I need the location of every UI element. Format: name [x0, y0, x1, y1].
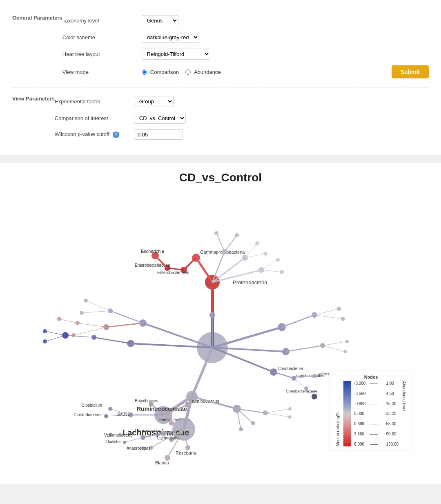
- size-dash-4: ——: [370, 421, 378, 426]
- legend-val-6: 8.000: [354, 442, 365, 446]
- color-scheme-row: Color scheme darkblue-gray-red blue-whit…: [62, 29, 429, 46]
- color-scheme-control: darkblue-gray-red blue-white-red green-w…: [142, 32, 199, 43]
- svg-line-106: [265, 409, 290, 413]
- median-ratio-axis: Median ratio (log2): [336, 381, 340, 446]
- svg-point-107: [288, 407, 292, 410]
- svg-point-67: [43, 329, 47, 333]
- view-parameters-section: View Parameters Experimental factor Grou…: [12, 89, 429, 143]
- svg-point-115: [209, 312, 215, 318]
- wilcoxon-row: Wilcoxon p-value cutoff ?: [55, 127, 429, 143]
- legend-gradient-col: [343, 381, 351, 446]
- size-dash-2: ——: [370, 401, 378, 406]
- svg-line-58: [74, 327, 106, 335]
- experimental-factor-label: Experimental factor: [55, 98, 128, 105]
- svg-line-94: [125, 437, 143, 442]
- size-val-6: 130.00: [386, 442, 399, 446]
- comparison-interest-control: CD_vs_Control UC_vs_Control CD_vs_UC: [134, 113, 186, 124]
- comparison-interest-row: Comparison of interest CD_vs_Control UC_…: [55, 110, 429, 127]
- svg-point-59: [71, 333, 76, 337]
- svg-point-23: [337, 307, 341, 311]
- entero-ord-label: Enterobacteriales: [157, 270, 189, 275]
- svg-point-39: [312, 374, 316, 378]
- experimental-factor-control: Group Treatment Time: [134, 96, 174, 107]
- svg-line-46: [110, 311, 143, 323]
- svg-line-32: [323, 346, 345, 352]
- color-scheme-select[interactable]: darkblue-gray-red blue-white-red green-w…: [142, 32, 199, 43]
- view-mode-row: View mode Comparison Abundance Submit: [62, 62, 429, 81]
- legend-val-3: 0.000: [354, 411, 365, 416]
- view-params-label: View Parameters: [12, 93, 55, 102]
- dialister-label: Dialister: [106, 439, 121, 444]
- svg-point-83: [108, 407, 112, 411]
- svg-line-50: [82, 311, 110, 313]
- abundance-radio[interactable]: [185, 69, 191, 75]
- heat-tree-layout-select[interactable]: Reingold-Tilford Circular Fruchterman-Re…: [142, 49, 210, 60]
- svg-point-97: [185, 445, 190, 450]
- general-parameters-section: General Parameters Taxonomy level Genus …: [12, 8, 429, 85]
- svg-line-28: [286, 346, 323, 352]
- abundance-radio-label[interactable]: Abundance: [185, 69, 221, 75]
- roseburia-label: Roseburia: [176, 450, 196, 455]
- size-val-2: 15.30: [386, 401, 399, 406]
- size-dash-3: ——: [370, 411, 378, 416]
- legend-labels-col: -8.000 -3.560 -0.889 0.000 0.889 3.560 8…: [354, 381, 365, 446]
- svg-line-24: [314, 315, 343, 319]
- svg-line-68: [45, 335, 65, 341]
- svg-line-40: [294, 378, 306, 388]
- comparison-radio-label[interactable]: Comparison: [142, 69, 179, 75]
- legend-size-lines: —— —— —— —— —— —— ——: [369, 381, 379, 446]
- taxonomy-select[interactable]: Genus Kingdom Phylum Class Order Family …: [142, 15, 178, 26]
- submit-button[interactable]: Submit: [392, 65, 429, 78]
- svg-point-3: [214, 231, 218, 235]
- svg-line-48: [86, 301, 110, 311]
- size-dash-5: ——: [370, 432, 378, 436]
- svg-line-108: [265, 413, 290, 417]
- svg-line-54: [78, 323, 106, 327]
- svg-line-2: [216, 233, 225, 252]
- legend-val-2: -0.889: [354, 401, 365, 406]
- wilcoxon-help-icon[interactable]: ?: [113, 132, 119, 138]
- heat-tree-layout-row: Heat tree layout Reingold-Tilford Circul…: [62, 46, 429, 62]
- heat-tree-layout-label: Heat tree layout: [62, 51, 136, 57]
- chart-area: CD_vs_Control Proteobacteria Gammaproteo…: [0, 163, 441, 484]
- svg-point-69: [43, 339, 47, 343]
- taxonomy-row: Taxonomy level Genus Kingdom Phylum Clas…: [62, 12, 429, 29]
- experimental-factor-select[interactable]: Group Treatment Time: [134, 96, 174, 107]
- svg-point-15: [276, 258, 280, 262]
- svg-point-85: [104, 414, 108, 418]
- svg-point-101: [165, 455, 170, 461]
- taxonomy-label: Taxonomy level: [62, 18, 136, 24]
- coprococcus-label: Coprococcus: [135, 428, 161, 433]
- comparison-interest-select[interactable]: CD_vs_Control UC_vs_Control CD_vs_UC: [134, 113, 186, 124]
- size-dash-6: ——: [370, 442, 378, 446]
- view-mode-control: Comparison Abundance: [142, 69, 221, 75]
- svg-point-9: [255, 241, 259, 245]
- svg-line-4: [225, 235, 237, 252]
- size-dash-0: ——: [370, 381, 378, 386]
- svg-point-111: [251, 421, 255, 425]
- blautia-label: Blautia: [155, 460, 169, 465]
- svg-line-22: [314, 309, 339, 315]
- comparison-radio[interactable]: [142, 69, 147, 75]
- svg-point-43: [312, 394, 317, 399]
- wilcoxon-control: [134, 129, 183, 140]
- taxonomy-control: Genus Kingdom Phylum Class Order Family …: [142, 15, 178, 26]
- legend-val-1: -3.560: [354, 391, 365, 396]
- svg-point-113: [239, 427, 243, 431]
- heat-tree-layout-control: Reingold-Tilford Circular Fruchterman-Re…: [142, 49, 210, 60]
- svg-line-56: [59, 319, 78, 323]
- legend-size-col: 1.00 4.58 15.30 33.20 58.30 90.60 130.00: [382, 381, 399, 446]
- median-ratio-label: Median ratio (log2): [336, 413, 340, 446]
- svg-line-30: [323, 341, 347, 346]
- comparison-interest-label: Comparison of interest: [55, 115, 128, 121]
- svg-line-66: [45, 331, 65, 335]
- butyriboccus-label: Butyriboccus: [135, 399, 158, 403]
- svg-point-33: [343, 350, 347, 353]
- corio-fam-label: Coriobacteriaceae: [286, 389, 317, 393]
- general-params-label: General Parameters: [12, 12, 62, 21]
- svg-point-49: [84, 299, 88, 303]
- svg-line-16: [261, 270, 282, 272]
- wilcoxon-input[interactable]: [134, 129, 183, 140]
- size-val-5: 90.60: [386, 432, 399, 436]
- proteobacteria-label: Proteobacteria: [233, 279, 267, 285]
